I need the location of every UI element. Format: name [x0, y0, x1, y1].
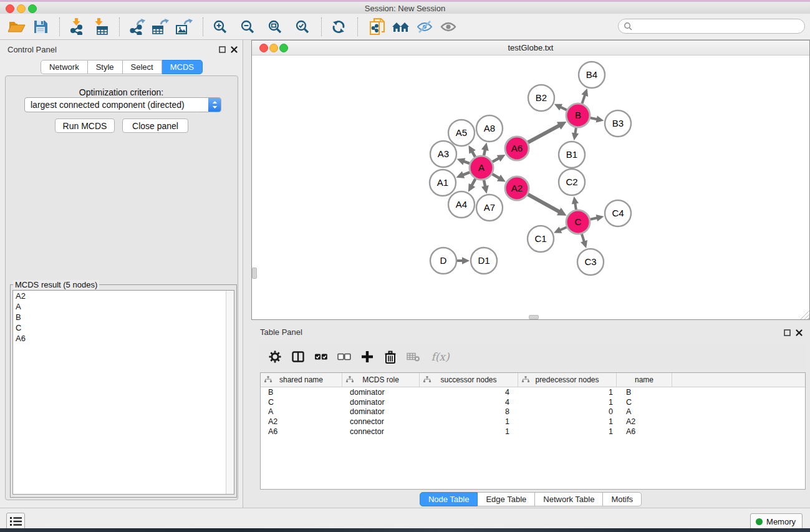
table-cell[interactable]: 1	[518, 398, 617, 407]
import-table-button[interactable]	[90, 16, 111, 37]
edge-C-C3[interactable]	[582, 234, 584, 241]
table-cell[interactable]: A2	[261, 417, 342, 426]
unselect-all-button[interactable]	[337, 349, 352, 365]
create-column-button[interactable]	[360, 349, 375, 365]
table-cell[interactable]: 4	[420, 398, 518, 407]
table-row[interactable]: A2connector11A2	[261, 417, 805, 427]
task-history-button[interactable]	[6, 513, 25, 530]
table-cell[interactable]: A6	[261, 427, 342, 436]
table-row[interactable]: A6connector11A6	[261, 427, 805, 437]
edge-C-C1[interactable]	[560, 227, 567, 230]
run-mcds-button[interactable]: Run MCDS	[55, 118, 115, 133]
edge-A-A3[interactable]	[463, 162, 470, 164]
show-columns-button[interactable]	[291, 349, 306, 365]
tab-mcds[interactable]: MCDS	[162, 60, 203, 74]
table-cell[interactable]: connector	[342, 417, 420, 426]
table-cell[interactable]: 1	[420, 417, 518, 426]
table-cell[interactable]: 1	[518, 417, 617, 426]
table-tab-motifs[interactable]: Motifs	[603, 492, 642, 506]
table-float-panel-icon[interactable]	[783, 329, 791, 337]
open-session-button[interactable]	[6, 16, 27, 37]
edge-A6-B[interactable]	[528, 125, 560, 142]
edge-B-B1[interactable]	[575, 128, 576, 134]
network-canvas[interactable]: B4B2BB3A5A8A6B1A3AC2A1A2A4A7CC4C1C3DD1	[252, 56, 809, 319]
edge-A-A1[interactable]	[463, 172, 470, 175]
apply-layout-button[interactable]	[328, 16, 349, 37]
export-image-button[interactable]	[173, 16, 195, 37]
table-cell[interactable]: B	[617, 388, 672, 397]
result-scrollbar[interactable]	[226, 291, 234, 494]
table-cell[interactable]: A	[261, 407, 342, 416]
memory-button[interactable]: Memory	[750, 513, 803, 530]
column-header-mcds-role[interactable]: MCDS role	[342, 373, 420, 387]
edge-B-B2[interactable]	[561, 107, 567, 110]
delete-column-button[interactable]	[383, 349, 398, 365]
edge-A2-C[interactable]	[528, 195, 560, 212]
hide-graphics-details-button[interactable]	[414, 16, 435, 37]
column-header-name[interactable]: name	[617, 373, 672, 387]
edge-A-A7[interactable]	[484, 180, 485, 187]
tab-network[interactable]: Network	[41, 60, 88, 74]
table-cell[interactable]: 1	[420, 427, 518, 436]
edge-A-A2[interactable]	[492, 174, 499, 178]
vertical-scroll-thumb[interactable]	[252, 268, 257, 279]
mcds-result-item[interactable]: A	[13, 301, 234, 312]
table-cell[interactable]: C	[261, 398, 342, 407]
table-cell[interactable]: C	[617, 398, 672, 407]
network-graph[interactable]: B4B2BB3A5A8A6B1A3AC2A1A2A4A7CC4C1C3DD1	[252, 56, 809, 319]
edge-A-A8[interactable]	[484, 150, 485, 156]
edge-B-B4[interactable]	[582, 95, 585, 104]
delete-table-button[interactable]	[406, 349, 421, 365]
home-button[interactable]	[390, 16, 412, 37]
search-input[interactable]	[633, 21, 804, 32]
mcds-result-item[interactable]: A6	[13, 333, 234, 344]
column-settings-button[interactable]	[268, 349, 282, 365]
table-tab-network-table[interactable]: Network Table	[535, 492, 603, 506]
mcds-result-item[interactable]: C	[13, 322, 234, 333]
table-cell[interactable]: 4	[420, 388, 518, 397]
select-all-button[interactable]	[314, 349, 329, 365]
column-header-predecessor-nodes[interactable]: predecessor nodes	[518, 373, 617, 387]
edge-C-C2[interactable]	[575, 203, 576, 210]
table-row[interactable]: Bdominator41B	[261, 387, 805, 397]
table-row[interactable]: Cdominator41C	[261, 397, 805, 407]
table-cell[interactable]: 1	[518, 388, 617, 397]
close-panel-icon[interactable]	[230, 46, 238, 54]
edge-A-A5[interactable]	[472, 152, 475, 157]
import-network-button[interactable]	[66, 16, 87, 37]
zoom-selected-button[interactable]	[292, 16, 313, 37]
export-table-button[interactable]	[150, 16, 171, 37]
table-tab-node-table[interactable]: Node Table	[420, 492, 478, 506]
network-from-file-button[interactable]	[367, 16, 388, 37]
edge-A-A4[interactable]	[471, 179, 475, 186]
zoom-out-button[interactable]	[237, 16, 258, 37]
table-cell[interactable]: 8	[420, 407, 518, 416]
table-cell[interactable]: A6	[617, 427, 672, 436]
tab-select[interactable]: Select	[123, 60, 162, 74]
table-cell[interactable]: connector	[342, 427, 420, 436]
table-row[interactable]: Adominator80A	[261, 407, 805, 417]
table-cell[interactable]: dominator	[342, 407, 420, 416]
table-cell[interactable]: dominator	[342, 388, 420, 397]
export-network-button[interactable]	[126, 16, 147, 37]
column-header-successor-nodes[interactable]: successor nodes	[420, 373, 518, 387]
column-header-shared-name[interactable]: shared name	[261, 373, 342, 387]
float-panel-icon[interactable]	[218, 46, 226, 54]
node-table[interactable]: shared nameMCDS rolesuccessor nodesprede…	[260, 372, 806, 490]
zoom-fit-button[interactable]	[264, 16, 286, 37]
tab-style[interactable]: Style	[88, 60, 123, 74]
save-session-button[interactable]	[30, 16, 51, 37]
search-field[interactable]	[618, 19, 805, 34]
edge-B-B3[interactable]	[591, 118, 597, 119]
table-cell[interactable]: A	[617, 407, 672, 416]
edge-A-A6[interactable]	[493, 158, 499, 162]
table-close-panel-icon[interactable]	[795, 329, 803, 337]
close-panel-button[interactable]: Close panel	[122, 118, 188, 133]
horizontal-scroll-thumb[interactable]	[529, 315, 539, 319]
table-cell[interactable]: B	[261, 388, 342, 397]
zoom-in-button[interactable]	[210, 16, 231, 37]
table-cell[interactable]: 0	[518, 407, 617, 416]
table-cell[interactable]: 1	[518, 427, 617, 436]
table-cell[interactable]: dominator	[342, 398, 420, 407]
criterion-dropdown[interactable]: largest connected component (directed)	[24, 97, 221, 112]
